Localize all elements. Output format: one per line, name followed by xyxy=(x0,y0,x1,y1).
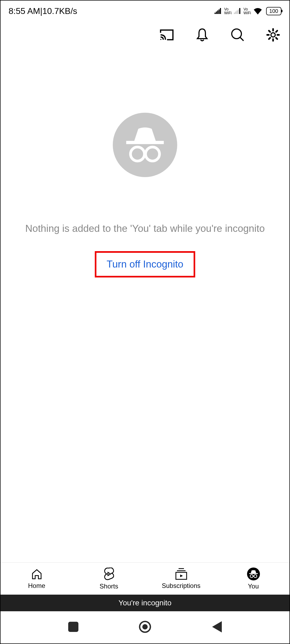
nav-shorts-label: Shorts xyxy=(100,583,118,590)
vo-wifi-label-1: VoWiFi xyxy=(224,7,232,15)
nav-you-label: You xyxy=(248,583,259,590)
home-icon xyxy=(31,568,43,580)
turn-off-incognito-button[interactable]: Turn off Incognito xyxy=(107,259,183,270)
settings-button[interactable] xyxy=(266,28,280,42)
svg-rect-7 xyxy=(237,10,238,14)
svg-rect-9 xyxy=(239,8,240,14)
svg-rect-8 xyxy=(238,9,239,14)
svg-rect-5 xyxy=(234,13,235,14)
incognito-avatar xyxy=(113,113,177,177)
status-bar: 8:55 AM | 10.7KB/s VoWiFi VoWiFi 100 xyxy=(1,1,289,21)
nav-home-label: Home xyxy=(28,582,45,590)
incognito-banner-text: You're incognito xyxy=(118,599,171,607)
incognito-icon xyxy=(124,126,166,164)
svg-point-11 xyxy=(232,29,241,39)
incognito-banner: You're incognito xyxy=(1,595,289,611)
battery-indicator: 100 xyxy=(266,7,281,15)
you-incognito-icon xyxy=(247,568,260,580)
svg-rect-25 xyxy=(68,622,78,632)
cast-button[interactable] xyxy=(160,28,174,42)
incognito-message: Nothing is added to the 'You' tab while … xyxy=(9,221,281,236)
status-left: 8:55 AM | 10.7KB/s xyxy=(9,6,77,16)
svg-point-15 xyxy=(130,147,144,161)
status-speed: 10.7KB/s xyxy=(42,6,77,16)
circle-icon xyxy=(139,620,151,633)
status-separator: | xyxy=(40,6,42,16)
battery-level: 100 xyxy=(269,8,278,14)
triangle-back-icon xyxy=(212,621,222,632)
bottom-nav: Home Shorts Subscriptions You xyxy=(1,562,289,595)
main-content: Nothing is added to the 'You' tab while … xyxy=(1,48,289,562)
cast-icon xyxy=(160,29,174,41)
svg-rect-1 xyxy=(216,12,217,14)
shorts-icon xyxy=(104,568,114,580)
signal-icon-1 xyxy=(215,8,222,14)
nav-home[interactable]: Home xyxy=(1,563,73,595)
system-back-button[interactable] xyxy=(212,621,222,634)
nav-subscriptions[interactable]: Subscriptions xyxy=(145,563,217,595)
nav-subscriptions-label: Subscriptions xyxy=(162,582,200,590)
bell-icon xyxy=(196,28,208,42)
square-icon xyxy=(68,622,78,632)
wifi-icon xyxy=(253,8,262,14)
turn-off-highlight: Turn off Incognito xyxy=(95,251,195,277)
svg-point-27 xyxy=(142,624,148,630)
vo-wifi-label-2: VoWiFi xyxy=(244,7,251,15)
app-bar xyxy=(1,21,289,48)
gear-icon xyxy=(266,28,280,42)
status-right: VoWiFi VoWiFi 100 xyxy=(215,7,281,15)
svg-point-10 xyxy=(160,39,161,40)
svg-point-16 xyxy=(146,147,160,161)
nav-you[interactable]: You xyxy=(217,563,289,595)
svg-rect-14 xyxy=(126,141,164,144)
svg-rect-4 xyxy=(220,8,221,14)
svg-rect-0 xyxy=(215,13,216,14)
system-home-button[interactable] xyxy=(139,620,151,634)
system-recent-button[interactable] xyxy=(68,622,78,633)
svg-point-23 xyxy=(254,575,257,577)
nav-shorts[interactable]: Shorts xyxy=(73,563,145,595)
subscriptions-icon xyxy=(175,568,188,580)
svg-rect-6 xyxy=(235,12,236,14)
svg-rect-2 xyxy=(217,10,218,14)
svg-line-12 xyxy=(240,37,244,41)
system-nav xyxy=(1,611,289,643)
svg-rect-3 xyxy=(219,9,220,14)
svg-point-13 xyxy=(271,33,275,37)
svg-rect-21 xyxy=(249,573,258,574)
svg-point-22 xyxy=(250,575,253,577)
search-icon xyxy=(231,28,245,42)
status-time: 8:55 AM xyxy=(9,6,40,16)
signal-icon-2 xyxy=(234,8,241,14)
search-button[interactable] xyxy=(230,28,245,42)
notifications-button[interactable] xyxy=(195,28,209,42)
